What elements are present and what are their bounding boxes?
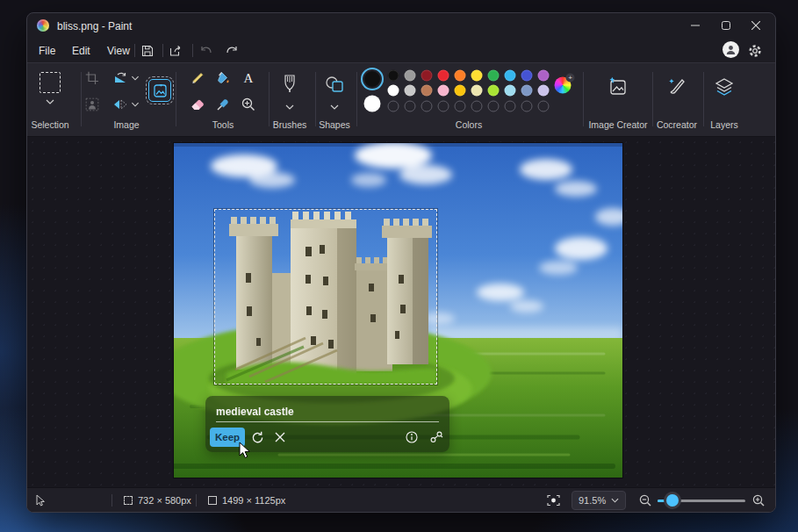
flip-button[interactable] bbox=[113, 98, 127, 111]
image-creator-button[interactable] bbox=[607, 76, 629, 97]
menu-view[interactable]: View bbox=[99, 42, 138, 60]
palette-swatch[interactable] bbox=[538, 85, 550, 97]
palette-swatch[interactable] bbox=[405, 70, 416, 82]
save-button[interactable] bbox=[138, 42, 157, 60]
palette-empty-slot[interactable] bbox=[455, 101, 466, 112]
palette-empty-slot[interactable] bbox=[488, 101, 500, 112]
account-button[interactable] bbox=[723, 41, 739, 58]
info-icon bbox=[406, 431, 418, 443]
eraser-icon bbox=[191, 98, 205, 111]
selection-icon bbox=[40, 72, 61, 93]
zoom-slider[interactable] bbox=[658, 500, 745, 502]
palette-swatch[interactable] bbox=[405, 85, 416, 97]
color2-swatch[interactable] bbox=[364, 96, 381, 112]
selection-marquee[interactable] bbox=[214, 209, 437, 385]
remove-background-button[interactable] bbox=[86, 98, 99, 111]
settings-button[interactable] bbox=[745, 42, 765, 60]
palette-swatch[interactable] bbox=[388, 85, 399, 97]
color1-swatch[interactable] bbox=[363, 69, 382, 89]
palette-swatch[interactable] bbox=[455, 70, 466, 82]
palette-swatch[interactable] bbox=[521, 85, 533, 97]
toolbar-divider bbox=[315, 72, 316, 126]
brushes-dropdown[interactable] bbox=[285, 104, 294, 110]
palette-empty-slot[interactable] bbox=[505, 101, 516, 112]
pointer-icon bbox=[36, 494, 46, 507]
close-icon bbox=[275, 432, 285, 442]
brushes-button[interactable] bbox=[284, 75, 296, 94]
palette-swatch[interactable] bbox=[438, 85, 449, 97]
brush-icon bbox=[284, 75, 296, 94]
text-tool-button[interactable]: A bbox=[244, 71, 254, 86]
palette-swatch[interactable] bbox=[455, 85, 466, 97]
palette-swatch[interactable] bbox=[471, 85, 483, 97]
toolbar-divider bbox=[269, 72, 270, 126]
magnifier-tool-button[interactable] bbox=[241, 97, 255, 111]
rotate-dropdown[interactable] bbox=[132, 75, 140, 81]
palette-swatch[interactable] bbox=[488, 85, 500, 97]
palette-swatch[interactable] bbox=[538, 70, 550, 82]
palette-empty-slot[interactable] bbox=[471, 101, 483, 112]
palette-swatch[interactable] bbox=[488, 70, 500, 82]
plus-icon: + bbox=[566, 74, 575, 83]
color-picker-tool-button[interactable] bbox=[216, 97, 230, 111]
close-icon bbox=[751, 21, 760, 30]
selection-dropdown[interactable] bbox=[46, 99, 54, 104]
toolbar-divider bbox=[356, 72, 357, 126]
palette-swatch[interactable] bbox=[388, 70, 399, 82]
canvas[interactable]: Keep bbox=[174, 143, 622, 478]
zoom-slider-thumb[interactable] bbox=[666, 494, 679, 507]
palette-empty-slot[interactable] bbox=[538, 101, 550, 112]
chevron-down-icon bbox=[611, 498, 619, 503]
zoom-out-button[interactable] bbox=[639, 488, 651, 513]
palette-swatch[interactable] bbox=[505, 85, 516, 97]
flip-icon bbox=[113, 98, 127, 111]
menu-file[interactable]: File bbox=[31, 42, 63, 60]
palette-swatch[interactable] bbox=[421, 70, 433, 82]
share-button[interactable] bbox=[166, 42, 185, 60]
feedback-button[interactable] bbox=[427, 428, 446, 447]
prompt-input[interactable] bbox=[216, 401, 439, 422]
crop-button[interactable] bbox=[86, 72, 99, 85]
share-icon bbox=[169, 45, 183, 57]
palette-empty-slot[interactable] bbox=[438, 101, 449, 112]
redo-button[interactable] bbox=[222, 42, 241, 60]
chevron-down-icon bbox=[330, 104, 339, 110]
palette-swatch[interactable] bbox=[521, 70, 533, 82]
shapes-dropdown[interactable] bbox=[330, 104, 339, 110]
palette-empty-slot[interactable] bbox=[388, 101, 399, 112]
maximize-button[interactable] bbox=[713, 13, 739, 38]
palette-empty-slot[interactable] bbox=[521, 101, 533, 112]
shapes-button[interactable] bbox=[325, 75, 344, 93]
fill-tool-button[interactable] bbox=[216, 71, 231, 85]
info-button[interactable] bbox=[402, 428, 421, 447]
palette-swatch[interactable] bbox=[438, 70, 449, 82]
close-button[interactable] bbox=[743, 13, 769, 38]
regenerate-button[interactable] bbox=[248, 428, 267, 447]
cocreator-button[interactable] bbox=[666, 76, 687, 97]
zoom-in-button[interactable] bbox=[752, 488, 765, 513]
discard-button[interactable] bbox=[270, 428, 290, 447]
palette-empty-slot[interactable] bbox=[421, 101, 433, 112]
layers-button[interactable] bbox=[714, 76, 735, 97]
palette-swatch[interactable] bbox=[505, 70, 516, 82]
keep-button[interactable]: Keep bbox=[210, 428, 245, 447]
eraser-tool-button[interactable] bbox=[191, 98, 205, 111]
pencil-tool-button[interactable] bbox=[191, 71, 205, 85]
statusbar-divider bbox=[111, 494, 112, 507]
palette-swatch[interactable] bbox=[421, 85, 433, 97]
undo-button[interactable] bbox=[196, 42, 215, 60]
image-creator-icon bbox=[607, 76, 629, 97]
generative-fill-button[interactable] bbox=[148, 79, 171, 102]
fit-to-screen-button[interactable] bbox=[547, 488, 560, 513]
minimize-button[interactable] bbox=[682, 13, 708, 38]
palette-swatch[interactable] bbox=[471, 70, 483, 82]
edit-colors-button[interactable]: + bbox=[555, 77, 572, 94]
zoom-level-dropdown[interactable]: 91.5% bbox=[572, 491, 626, 510]
flip-dropdown[interactable] bbox=[132, 102, 140, 107]
selection-tool-button[interactable] bbox=[40, 72, 61, 93]
menu-edit[interactable]: Edit bbox=[64, 42, 98, 60]
palette-empty-slot[interactable] bbox=[405, 101, 416, 112]
statusbar: 732 × 580px 1499 × 1125px 91.5% bbox=[27, 487, 775, 512]
rotate-button[interactable] bbox=[113, 72, 127, 84]
toolbar-divider bbox=[652, 72, 653, 126]
